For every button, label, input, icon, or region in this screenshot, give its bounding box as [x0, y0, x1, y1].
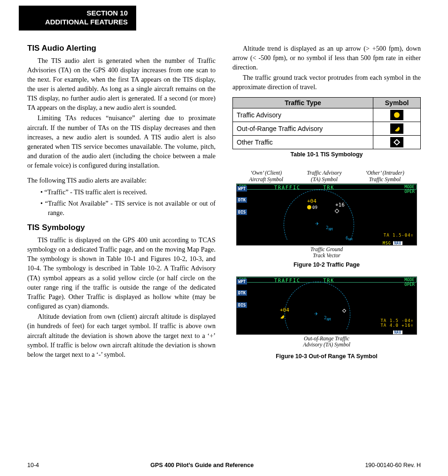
ta-readout-2: TA 4.0 +16↑	[380, 323, 414, 328]
table-cell: Other Traffic	[233, 136, 373, 149]
para: Altitude deviation from own (client) air…	[27, 312, 216, 359]
heading-tis-symbology: TIS Symbology	[27, 223, 216, 232]
nav-indicator: NAV	[393, 330, 402, 335]
figure-caption: Figure 10-2 Traffic Page	[232, 261, 421, 268]
ta-target: +04 09	[307, 198, 317, 210]
own-aircraft-icon: ✈	[315, 310, 318, 317]
out-of-range-ta-target: +04	[280, 307, 289, 319]
table-cell: Traffic Advisory	[233, 108, 373, 122]
range-2nm: 2NM	[326, 225, 332, 231]
other-alt: +16	[335, 202, 345, 208]
screen-title: TRAFFIC	[274, 278, 301, 283]
nav-indicator: NAV	[393, 241, 402, 246]
figure-10-2: ‘Own’ (Client) Aircraft Symbol Traffic A…	[232, 170, 421, 268]
diamond-icon	[335, 209, 340, 214]
figure-caption: Figure 10-3 Out-of Range TA Symbol	[232, 353, 421, 360]
doc-revision: 190-00140-60 Rev. H	[365, 462, 421, 468]
para: TIS traffic is displayed on the GPS 400 …	[27, 235, 216, 311]
list-item: “Traffic” - TIS traffic alert is receive…	[27, 187, 216, 197]
para: Limiting TAs reduces “nuisance” alerting…	[27, 113, 216, 170]
para: The TIS audio alert is generated when th…	[27, 56, 216, 113]
symbology-table: Traffic Type Symbol Traffic Advisory Out…	[232, 97, 421, 149]
callout-out-of-range-ta: Out-of-Range Traffic Advisory (TA) Symbo…	[232, 336, 421, 348]
range-ring-icon	[284, 190, 354, 246]
doc-title: GPS 400 Pilot’s Guide and Reference	[150, 462, 254, 468]
label-dis: DIS	[237, 302, 247, 308]
page-number: 10-4	[27, 462, 39, 468]
own-aircraft-icon: ✈	[316, 220, 319, 227]
para: The traffic ground track vector protrude…	[232, 73, 421, 92]
para: Altitude trend is displayed as an up arr…	[232, 44, 421, 72]
right-column: Altitude trend is displayed as an up arr…	[232, 44, 421, 361]
table-cell: Out-of-Range Traffic Advisory	[233, 122, 373, 136]
label-trk: TRK	[323, 185, 334, 190]
msg-annunciator: MSG	[382, 241, 392, 246]
ta-alt: +04	[307, 198, 317, 204]
th-traffic-type: Traffic Type	[233, 98, 373, 108]
other-target: +16	[335, 202, 345, 214]
label-dtk: DTK	[237, 290, 247, 296]
range-ring-icon	[285, 282, 350, 335]
page-footer: 10-4 GPS 400 Pilot’s Guide and Reference…	[27, 462, 421, 468]
callout-other-symbol: ‘Other’ (Intruder) Traffic Symbol	[365, 170, 404, 182]
nav-bar: NAV	[237, 330, 417, 334]
callout-ground-track: Traffic Ground Track Vector	[232, 246, 421, 259]
out-of-range-ta-screen: WPT DTK DIS ENR TRAFFIC TRK MODE OPER ✈ …	[236, 276, 417, 335]
label-wpt: WPT	[237, 186, 247, 192]
symbol-other-traffic	[373, 136, 421, 149]
ta-readout-1: TA 1.5 -04↑	[380, 318, 414, 323]
ta-readout: TA 1.5-04↑	[384, 233, 414, 238]
left-column: TIS Audio Alerting The TIS audio alert i…	[27, 44, 216, 361]
symbol-traffic-advisory	[373, 108, 421, 122]
th-symbol: Symbol	[373, 98, 421, 108]
traffic-page-screen: WPT DTK DIS ENR TRAFFIC TRK MODE OPER ✈ …	[236, 184, 417, 246]
label-mode: MODE OPER	[404, 185, 415, 194]
label-dis: DIS	[237, 209, 247, 215]
alert-list: “Traffic” - TIS traffic alert is receive…	[27, 187, 216, 217]
ta-alt: +04	[280, 307, 289, 313]
ta-dot-icon	[307, 205, 311, 209]
half-circle-icon	[280, 315, 284, 319]
ta-hdg: 09	[312, 205, 317, 210]
label-dtk: DTK	[237, 197, 247, 203]
screen-title: TRAFFIC	[274, 185, 301, 190]
list-item: “Traffic Not Available” - TIS service is…	[27, 199, 216, 217]
other-target	[343, 308, 346, 313]
diamond-icon	[342, 309, 346, 313]
callout-own-aircraft: ‘Own’ (Client) Aircraft Symbol	[249, 170, 283, 182]
nav-bar: MSGNAV	[237, 240, 417, 245]
callout-ta-symbol: Traffic Advisory (TA) Symbol	[307, 170, 341, 182]
figure-10-3: WPT DTK DIS ENR TRAFFIC TRK MODE OPER ✈ …	[232, 276, 421, 359]
section-tab: SECTION 10 ADDITIONAL FEATURES	[19, 6, 136, 31]
label-wpt: WPT	[237, 279, 247, 284]
heading-tis-audio: TIS Audio Alerting	[27, 44, 216, 53]
section-number: SECTION 10	[27, 9, 128, 18]
symbol-out-of-range-ta	[373, 122, 421, 136]
label-mode: MODE OPER	[404, 278, 415, 287]
range-2nm: 2NM	[324, 315, 331, 322]
table-caption: Table 10-1 TIS Symbology	[232, 151, 421, 158]
section-title: ADDITIONAL FEATURES	[27, 18, 128, 27]
para: The following TIS audio alerts are avail…	[27, 176, 216, 185]
